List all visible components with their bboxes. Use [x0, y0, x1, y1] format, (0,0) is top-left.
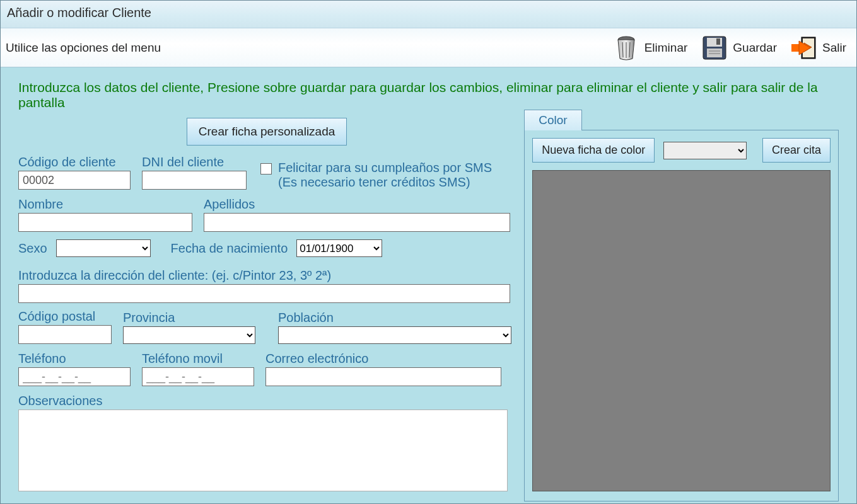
dni-input[interactable]: [142, 171, 247, 190]
svg-rect-7: [707, 49, 722, 57]
delete-button[interactable]: Eliminar: [607, 32, 693, 64]
codigo-postal-input[interactable]: [18, 325, 112, 344]
exit-label: Salir: [822, 41, 846, 55]
nombre-input[interactable]: [18, 213, 192, 232]
provincia-select[interactable]: [123, 326, 255, 344]
telefono-movil-input[interactable]: [142, 367, 254, 386]
label-sms-birthday: Felicitar para su cumpleaños por SMS (Es…: [278, 161, 505, 190]
fecha-nacimiento-select[interactable]: 01/01/1900: [296, 239, 382, 257]
label-observaciones: Observaciones: [18, 394, 515, 408]
label-dni: DNI del cliente: [142, 155, 247, 169]
instruction-text: Introduzca los datos del cliente, Presio…: [18, 80, 832, 110]
sexo-select[interactable]: [56, 239, 151, 257]
color-select[interactable]: [663, 142, 747, 159]
label-codigo-cliente: Código de cliente: [18, 155, 131, 169]
exit-button[interactable]: Salir: [784, 32, 851, 64]
save-button[interactable]: Guardar: [695, 32, 782, 64]
codigo-cliente-input: [18, 171, 131, 190]
create-custom-card-button[interactable]: Crear ficha personalizada: [187, 118, 347, 146]
toolbar-hint: Utilice las opciones del menu: [6, 41, 607, 55]
label-fecha-nacimiento: Fecha de nacimiento: [171, 241, 288, 256]
toolbar: Utilice las opciones del menu Eliminar: [1, 28, 856, 67]
save-label: Guardar: [733, 41, 777, 55]
label-sexo: Sexo: [18, 241, 47, 256]
sms-birthday-checkbox[interactable]: [260, 163, 272, 175]
exit-icon: [790, 33, 819, 62]
floppy-icon: [700, 33, 729, 62]
observaciones-textarea[interactable]: [18, 410, 508, 491]
correo-input[interactable]: [265, 367, 501, 386]
telefono-input[interactable]: [18, 367, 131, 386]
trash-icon: [612, 33, 641, 62]
label-telefono: Teléfono: [18, 352, 131, 366]
tab-color[interactable]: Color: [524, 110, 581, 130]
label-codigo-postal: Código postal: [18, 309, 112, 324]
window-title: Añadir o modificar Cliente: [1, 1, 856, 28]
label-apellidos: Apellidos: [204, 197, 510, 212]
color-list-area: [532, 170, 831, 491]
label-provincia: Provincia: [123, 311, 255, 325]
poblacion-select[interactable]: [278, 326, 511, 344]
apellidos-input[interactable]: [204, 213, 510, 232]
label-poblacion: Población: [278, 311, 511, 325]
label-direccion: Introduzca la dirección del cliente: (ej…: [18, 268, 515, 283]
label-nombre: Nombre: [18, 197, 192, 212]
color-tab-panel: Nueva ficha de color Crear cita: [524, 130, 839, 501]
label-correo: Correo electrónico: [265, 352, 501, 366]
create-appointment-button[interactable]: Crear cita: [762, 138, 831, 163]
svg-rect-6: [716, 38, 720, 45]
label-telefono-movil: Teléfono movil: [142, 352, 254, 366]
delete-label: Eliminar: [644, 41, 688, 55]
new-color-card-button[interactable]: Nueva ficha de color: [532, 138, 655, 163]
direccion-input[interactable]: [18, 284, 510, 303]
